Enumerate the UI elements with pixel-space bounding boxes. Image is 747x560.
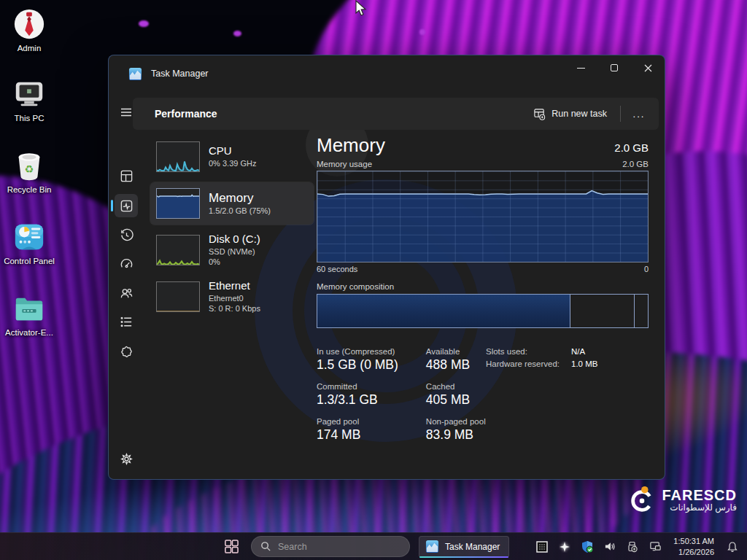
tray-usb-device-icon[interactable] <box>625 540 640 554</box>
device-item-ethernet[interactable]: Ethernet Ethernet0 S: 0 R: 0 Kbps <box>150 276 314 318</box>
more-options-button[interactable]: ... <box>627 109 651 120</box>
run-new-task-label: Run new task <box>551 109 607 119</box>
memory-composition-bar[interactable] <box>317 294 649 328</box>
side-stat-value: 1.0 MB <box>571 359 597 368</box>
control-panel-icon <box>12 220 46 254</box>
recycle-bin-icon: ♻ <box>12 149 46 182</box>
nav-processes[interactable] <box>115 164 138 187</box>
toolbar-divider <box>620 106 621 122</box>
performance-device-list: CPU 0% 3.39 GHz Memory 1.5/2.0 GB (75%) … <box>150 136 314 322</box>
desktop-icon-control-panel[interactable]: Control Panel <box>1 220 57 265</box>
gauge-icon <box>120 257 133 271</box>
close-icon <box>644 64 652 72</box>
nav-users[interactable] <box>115 281 138 305</box>
stat-value: 488 MB <box>426 357 486 373</box>
tray-grid-app-icon[interactable] <box>535 540 549 554</box>
page-title: Performance <box>155 108 217 120</box>
window-title: Task Manager <box>151 69 209 79</box>
desktop-icon-admin[interactable]: Admin <box>1 7 57 52</box>
settings-gear-icon <box>120 452 133 466</box>
tray-volume-icon[interactable] <box>603 540 617 554</box>
minimize-button[interactable] <box>564 55 597 80</box>
taskbar-button-label: Task Manager <box>445 542 500 552</box>
desktop: Admin This PC ♻ Recycle Bin Control Pane… <box>0 0 747 560</box>
desktop-icon-activator[interactable]: Activator-E... <box>1 292 57 337</box>
taskbar: Search Task Manager <box>0 532 747 560</box>
device-stat: 1.5/2.0 GB (75%) <box>209 206 271 216</box>
comet <box>419 29 425 35</box>
composition-standby <box>570 295 635 327</box>
stat-label: In use (Compressed) <box>317 347 398 356</box>
tray-display-icon[interactable] <box>648 540 662 554</box>
memory-total: 2.0 GB <box>614 141 649 157</box>
memory-mini-chart <box>156 188 200 219</box>
this-pc-icon <box>12 77 46 111</box>
history-clock-icon <box>120 228 133 242</box>
panel-title: Memory <box>317 134 385 157</box>
svg-text:♻: ♻ <box>25 163 34 175</box>
maximize-button[interactable] <box>597 55 631 80</box>
axis-left-label: 60 seconds <box>317 265 357 273</box>
side-stat-label: Hardware reserved: <box>486 359 560 368</box>
memory-panel: Memory 2.0 GB Memory usage 2.0 GB 60 sec… <box>317 134 649 452</box>
desktop-icon-label: Recycle Bin <box>7 185 52 194</box>
device-stat: Ethernet0 <box>209 293 260 303</box>
ethernet-mini-chart <box>156 281 200 312</box>
composition-free <box>635 295 648 327</box>
stat-label: Cached <box>426 382 486 391</box>
system-tray: 1:50:31 AM 1/26/2026 <box>535 536 747 557</box>
device-name: CPU <box>209 144 256 158</box>
details-list-icon <box>120 315 133 329</box>
start-icon <box>224 539 239 554</box>
hamburger-icon <box>120 106 133 119</box>
device-stat: 0% <box>209 257 260 267</box>
tray-sparkle-icon[interactable] <box>557 540 572 554</box>
desktop-icon-label: Admin <box>18 44 42 52</box>
disk-mini-chart <box>156 235 200 265</box>
desktop-icon-recycle-bin[interactable]: ♻ Recycle Bin <box>1 149 57 194</box>
device-name: Ethernet <box>209 279 260 293</box>
device-item-cpu[interactable]: CPU 0% 3.39 GHz <box>150 136 314 178</box>
task-manager-app-icon <box>128 67 142 81</box>
close-button[interactable] <box>631 55 665 80</box>
usage-chart-max: 2.0 GB <box>622 160 649 168</box>
task-manager-taskbar-icon <box>425 540 439 553</box>
clock-time: 1:50:31 AM <box>673 536 714 546</box>
titlebar[interactable]: Task Manager <box>109 55 665 92</box>
nav-startup-apps[interactable] <box>115 252 138 276</box>
nav-app-history[interactable] <box>115 223 138 246</box>
clock-date: 1/26/2026 <box>673 547 714 557</box>
run-new-task-button[interactable]: Run new task <box>526 104 614 125</box>
nav-services[interactable] <box>115 340 138 363</box>
farescd-logo-icon <box>628 486 656 513</box>
nav-performance[interactable] <box>115 194 138 217</box>
tray-security-shield-icon[interactable] <box>580 540 595 554</box>
notification-bell-icon[interactable] <box>725 540 740 554</box>
stat-label: Paged pool <box>317 417 398 426</box>
users-icon <box>120 287 133 300</box>
desktop-icon-label: Control Panel <box>4 257 55 265</box>
device-item-memory[interactable]: Memory 1.5/2.0 GB (75%) <box>150 182 314 225</box>
composition-in-use <box>317 295 570 327</box>
stat-label: Available <box>426 347 486 356</box>
services-icon <box>120 345 133 359</box>
nav-settings[interactable] <box>115 447 138 470</box>
desktop-icon-label: This PC <box>15 114 44 122</box>
nav-details[interactable] <box>115 310 138 333</box>
search-placeholder: Search <box>278 542 307 552</box>
start-button[interactable] <box>219 536 244 558</box>
task-manager-window: Task Manager <box>108 55 665 480</box>
memory-usage-chart <box>317 171 649 262</box>
page-toolbar: Performance Run new task ... <box>133 98 659 130</box>
search-box[interactable]: Search <box>251 536 410 557</box>
desktop-icon-this-pc[interactable]: This PC <box>1 77 57 122</box>
device-item-disk[interactable]: Disk 0 (C:) SSD (NVMe) 0% <box>150 229 314 271</box>
taskbar-task-manager-button[interactable]: Task Manager <box>419 536 509 558</box>
activator-folder-icon <box>12 292 46 325</box>
search-icon <box>260 541 271 552</box>
stat-label: Non-paged pool <box>426 417 486 426</box>
device-name: Memory <box>209 190 271 206</box>
taskbar-clock[interactable]: 1:50:31 AM 1/26/2026 <box>673 536 714 557</box>
processes-icon <box>120 169 133 183</box>
watermark-arabic: فارس للإسطوانات <box>662 502 737 513</box>
